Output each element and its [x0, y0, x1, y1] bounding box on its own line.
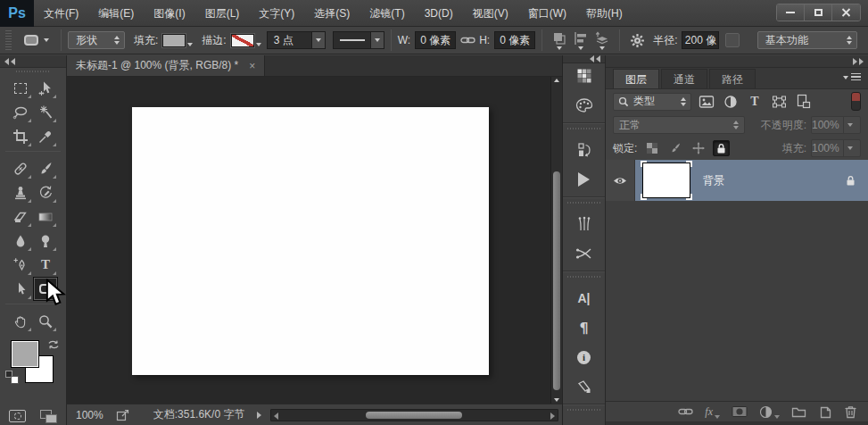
- menu-type[interactable]: 文字(Y): [249, 0, 304, 27]
- blend-mode-dropdown[interactable]: 正常: [613, 116, 745, 134]
- share-arrow-icon[interactable]: [116, 409, 130, 421]
- zoom-level-field[interactable]: 100%: [76, 409, 103, 421]
- swap-colors-icon[interactable]: [46, 338, 61, 351]
- chevron-down-button[interactable]: [311, 32, 325, 48]
- screen-mode-button[interactable]: [40, 410, 57, 423]
- shape-width-input[interactable]: 0 像素: [415, 31, 456, 49]
- tool-mode-dropdown[interactable]: 形状: [68, 31, 125, 49]
- minimize-button[interactable]: [777, 4, 805, 21]
- paragraph-panel-button[interactable]: ¶: [573, 317, 596, 338]
- swatches-panel-button[interactable]: [573, 65, 596, 87]
- vertical-scrollbar[interactable]: [550, 77, 562, 404]
- default-colors-icon[interactable]: [5, 371, 19, 384]
- menu-select[interactable]: 选择(S): [304, 0, 360, 27]
- eraser-tool[interactable]: [8, 204, 33, 229]
- horizontal-scrollbar[interactable]: [270, 409, 558, 421]
- filter-type-layers-button[interactable]: T: [746, 93, 764, 111]
- menu-view[interactable]: 视图(V): [463, 0, 518, 27]
- blur-tool[interactable]: [8, 229, 33, 253]
- measurement-panel-button[interactable]: [573, 376, 596, 397]
- move-tool[interactable]: [33, 76, 58, 100]
- gradient-tool[interactable]: [33, 204, 58, 229]
- scroll-up-arrow[interactable]: [551, 79, 562, 82]
- layer-style-button[interactable]: fx: [705, 405, 720, 419]
- vertical-scrollbar-thumb[interactable]: [553, 171, 560, 390]
- filter-adjustment-layers-button[interactable]: [722, 93, 740, 111]
- path-operations-dropdown[interactable]: [549, 31, 570, 50]
- fill-opacity-dropdown[interactable]: 100%: [811, 139, 861, 157]
- menu-window[interactable]: 窗口(W): [518, 0, 576, 27]
- menu-layer[interactable]: 图层(L): [195, 0, 250, 27]
- expand-panels-button[interactable]: [590, 55, 600, 62]
- history-brush-tool[interactable]: [33, 180, 58, 204]
- menu-help[interactable]: 帮助(H): [576, 0, 632, 27]
- menu-image[interactable]: 图像(I): [144, 0, 194, 27]
- character-panel-button[interactable]: A|: [573, 288, 596, 309]
- align-edges-button[interactable]: [725, 33, 740, 47]
- actions-panel-button[interactable]: [573, 169, 596, 190]
- options-bar-grip[interactable]: [5, 30, 12, 50]
- layer-row-background[interactable]: 背景: [606, 160, 868, 201]
- new-adjustment-layer-button[interactable]: [759, 405, 780, 419]
- stroke-color-swatch[interactable]: [231, 34, 261, 47]
- zoom-tool[interactable]: [33, 309, 58, 333]
- stroke-width-dropdown[interactable]: 3 点: [267, 31, 326, 49]
- panel-drag-handle[interactable]: [567, 128, 601, 129]
- menu-3d[interactable]: 3D(D): [415, 0, 463, 27]
- layer-visibility-cell[interactable]: [606, 160, 635, 201]
- document-canvas[interactable]: [132, 107, 489, 375]
- info-panel-button[interactable]: i: [573, 346, 596, 368]
- brush-presets-panel-button[interactable]: [573, 243, 596, 264]
- lock-all-button[interactable]: [713, 140, 730, 156]
- scroll-down-arrow[interactable]: [551, 398, 562, 402]
- chevron-down-button[interactable]: [370, 32, 384, 48]
- brush-tool[interactable]: [33, 156, 58, 180]
- history-panel-button[interactable]: [573, 139, 596, 161]
- lock-position-button[interactable]: [690, 140, 707, 156]
- type-tool[interactable]: T: [33, 253, 58, 277]
- scroll-left-arrow[interactable]: [274, 412, 278, 420]
- panel-menu-button[interactable]: [843, 73, 861, 81]
- color-panel-button[interactable]: [573, 95, 596, 116]
- workspace-switcher-dropdown[interactable]: 基本功能: [757, 31, 857, 49]
- clone-stamp-tool[interactable]: [8, 180, 33, 204]
- foreground-color-swatch[interactable]: [11, 340, 39, 368]
- chevron-down-button[interactable]: [843, 140, 860, 156]
- crop-tool[interactable]: [8, 124, 33, 148]
- chevron-down-button[interactable]: [843, 117, 860, 133]
- rectangular-marquee-tool[interactable]: [8, 76, 33, 100]
- filter-pixel-layers-button[interactable]: [698, 93, 715, 111]
- lock-image-pixels-button[interactable]: [666, 140, 683, 156]
- quick-mask-mode-button[interactable]: [9, 410, 26, 422]
- radius-input[interactable]: 200 像: [682, 31, 719, 49]
- pen-tool[interactable]: [8, 253, 33, 277]
- menu-file[interactable]: 文件(F): [34, 0, 88, 27]
- path-alignment-dropdown[interactable]: [570, 31, 591, 50]
- delete-layer-button[interactable]: [844, 404, 857, 419]
- layer-thumbnail[interactable]: [641, 161, 692, 200]
- opacity-dropdown[interactable]: 100%: [811, 116, 861, 134]
- tool-preset-picker[interactable]: [19, 29, 54, 52]
- tab-layers[interactable]: 图层: [613, 69, 659, 88]
- 3d-material-panel-button[interactable]: [573, 421, 596, 425]
- layer-filtering-toggle[interactable]: [851, 92, 861, 111]
- new-group-button[interactable]: [791, 405, 806, 418]
- spot-healing-brush-tool[interactable]: [8, 156, 33, 180]
- maximize-button[interactable]: [805, 4, 832, 21]
- brush-panel-button[interactable]: [573, 213, 596, 235]
- eyedropper-tool[interactable]: [33, 124, 58, 148]
- link-layers-button[interactable]: [678, 407, 693, 416]
- tab-close-icon[interactable]: ×: [249, 61, 255, 71]
- panel-drag-handle[interactable]: [567, 202, 601, 204]
- filter-smart-objects-button[interactable]: [794, 93, 812, 111]
- collapse-to-icons-button[interactable]: [853, 58, 864, 65]
- menu-filter[interactable]: 滤镜(T): [360, 0, 414, 27]
- tab-channels[interactable]: 通道: [661, 69, 707, 88]
- path-arrangement-dropdown[interactable]: [591, 31, 613, 50]
- selected-layer-row[interactable]: 背景: [635, 160, 868, 201]
- filter-shape-layers-button[interactable]: [770, 93, 788, 111]
- magic-wand-tool[interactable]: [33, 100, 58, 124]
- filter-type-dropdown[interactable]: 类型: [613, 93, 691, 111]
- shape-settings-button[interactable]: [626, 33, 648, 48]
- rounded-rectangle-tool[interactable]: [33, 277, 58, 301]
